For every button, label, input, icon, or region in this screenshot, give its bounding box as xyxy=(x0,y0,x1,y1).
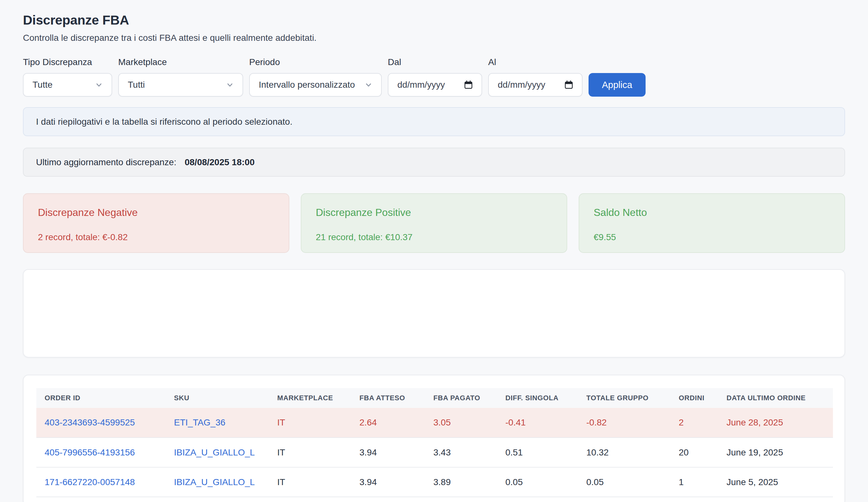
data-ultimo-ordine-cell: June 28, 2025 xyxy=(718,408,833,438)
fba-pagato-cell: 3.05 xyxy=(425,408,497,438)
filter-bar: Tipo Discrepanza Tutte Marketplace Tutti… xyxy=(23,57,845,97)
column-header-fba-atteso: FBA ATTESO xyxy=(351,388,425,408)
calendar-icon[interactable] xyxy=(464,80,473,90)
totale-gruppo-cell: 10.32 xyxy=(578,438,670,467)
fba-atteso-cell: 3.94 xyxy=(351,467,425,497)
sku-cell: IBIZA_U_GIALLO_L xyxy=(166,438,269,467)
fba-pagato-cell: 3.43 xyxy=(425,438,497,467)
column-header-marketplace: MARKETPLACE xyxy=(269,388,351,408)
fba-atteso-cell: 2.64 xyxy=(351,408,425,438)
column-header-order-id: ORDER ID xyxy=(36,388,166,408)
ordini-cell: 1 xyxy=(670,467,718,497)
positive-card-title: Discrepanze Positive xyxy=(316,207,552,219)
sku-link[interactable]: ETI_TAG_36 xyxy=(174,418,225,428)
ordini-cell: 20 xyxy=(670,438,718,467)
order-id-link[interactable]: 405-7996556-4193156 xyxy=(45,448,135,457)
page-subtitle: Controlla le discrepanze tra i costi FBA… xyxy=(23,33,845,43)
period-info-banner: I dati riepilogativi e la tabella si rif… xyxy=(23,107,845,136)
al-label: Al xyxy=(488,57,582,67)
column-header-ordini: ORDINI xyxy=(670,388,718,408)
page: Discrepanze FBA Controlla le discrepanze… xyxy=(0,0,868,502)
period-info-text: I dati riepilogativi e la tabella si rif… xyxy=(36,117,292,127)
summary-cards: Discrepanze Negative 2 record, totale: €… xyxy=(23,193,845,253)
diff-singola-cell: 0.05 xyxy=(497,467,578,497)
data-ultimo-ordine-cell: June 19, 2025 xyxy=(718,438,833,467)
sku-cell: IBIZA_U_GIALLO_L xyxy=(166,467,269,497)
filter-group-al: Al dd/mm/yyyy xyxy=(488,57,582,97)
periodo-selected-value: Intervallo personalizzato xyxy=(259,80,355,90)
tipo-discrepanza-select[interactable]: Tutte xyxy=(23,73,112,97)
data-ultimo-ordine-cell: June 5, 2025 xyxy=(718,467,833,497)
net-balance-card: Saldo Netto €9.55 xyxy=(579,193,845,253)
column-header-sku: SKU xyxy=(166,388,269,408)
net-balance-card-title: Saldo Netto xyxy=(593,207,830,219)
order-id-cell: 405-7996556-4193156 xyxy=(36,438,166,467)
fba-pagato-cell: 3.89 xyxy=(425,467,497,497)
discrepancies-table: ORDER ID SKU MARKETPLACE FBA ATTESO FBA … xyxy=(36,388,833,497)
discrepancies-table-panel: ORDER ID SKU MARKETPLACE FBA ATTESO FBA … xyxy=(23,375,845,502)
table-row: 405-7996556-4193156 IBIZA_U_GIALLO_L IT … xyxy=(36,438,833,467)
last-update-label: Ultimo aggiornamento discrepanze: xyxy=(36,157,176,168)
totale-gruppo-cell: -0.82 xyxy=(578,408,670,438)
column-header-data-ultimo-ordine: DATA ULTIMO ORDINE xyxy=(718,388,833,408)
page-title: Discrepanze FBA xyxy=(23,13,845,28)
tipo-discrepanza-selected-value: Tutte xyxy=(32,80,53,90)
marketplace-label: Marketplace xyxy=(118,57,243,67)
al-placeholder: dd/mm/yyyy xyxy=(498,80,545,90)
dal-label: Dal xyxy=(388,57,482,67)
fba-atteso-cell: 3.94 xyxy=(351,438,425,467)
column-header-fba-pagato: FBA PAGATO xyxy=(425,388,497,408)
sku-link[interactable]: IBIZA_U_GIALLO_L xyxy=(174,477,255,487)
last-update-banner: Ultimo aggiornamento discrepanze: 08/08/… xyxy=(23,148,845,177)
calendar-icon[interactable] xyxy=(564,80,574,90)
order-id-cell: 403-2343693-4599525 xyxy=(36,408,166,438)
filter-group-dal: Dal dd/mm/yyyy xyxy=(388,57,482,97)
table-row: 403-2343693-4599525 ETI_TAG_36 IT 2.64 3… xyxy=(36,408,833,438)
marketplace-select[interactable]: Tutti xyxy=(118,73,243,97)
diff-singola-cell: -0.41 xyxy=(497,408,578,438)
chart-placeholder-panel xyxy=(23,269,845,358)
diff-singola-cell: 0.51 xyxy=(497,438,578,467)
chevron-down-icon xyxy=(95,81,103,89)
last-update-value: 08/08/2025 18:00 xyxy=(185,157,255,168)
sku-cell: ETI_TAG_36 xyxy=(166,408,269,438)
chevron-down-icon xyxy=(226,81,234,89)
dal-date-input[interactable]: dd/mm/yyyy xyxy=(388,73,482,97)
chevron-down-icon xyxy=(364,81,373,89)
filter-group-marketplace: Marketplace Tutti xyxy=(118,57,243,97)
marketplace-selected-value: Tutti xyxy=(128,80,145,90)
order-id-link[interactable]: 171-6627220-0057148 xyxy=(45,477,135,487)
column-header-diff-singola: DIFF. SINGOLA xyxy=(497,388,578,408)
periodo-select[interactable]: Intervallo personalizzato xyxy=(249,73,382,97)
dal-placeholder: dd/mm/yyyy xyxy=(397,80,445,90)
totale-gruppo-cell: 0.05 xyxy=(578,467,670,497)
al-date-input[interactable]: dd/mm/yyyy xyxy=(488,73,582,97)
negative-discrepancies-card: Discrepanze Negative 2 record, totale: €… xyxy=(23,193,289,253)
order-id-link[interactable]: 403-2343693-4599525 xyxy=(45,418,135,428)
sku-link[interactable]: IBIZA_U_GIALLO_L xyxy=(174,448,255,457)
filter-group-periodo: Periodo Intervallo personalizzato xyxy=(249,57,382,97)
apply-button[interactable]: Applica xyxy=(589,73,645,97)
marketplace-cell: IT xyxy=(269,438,351,467)
marketplace-cell: IT xyxy=(269,408,351,438)
ordini-cell: 2 xyxy=(670,408,718,438)
tipo-discrepanza-label: Tipo Discrepanza xyxy=(23,57,112,67)
order-id-cell: 171-6627220-0057148 xyxy=(36,467,166,497)
periodo-label: Periodo xyxy=(249,57,382,67)
negative-card-detail: 2 record, totale: €-0.82 xyxy=(38,232,275,242)
filter-group-tipo-discrepanza: Tipo Discrepanza Tutte xyxy=(23,57,112,97)
positive-discrepancies-card: Discrepanze Positive 21 record, totale: … xyxy=(301,193,567,253)
column-header-totale-gruppo: TOTALE GRUPPO xyxy=(578,388,670,408)
marketplace-cell: IT xyxy=(269,467,351,497)
table-header: ORDER ID SKU MARKETPLACE FBA ATTESO FBA … xyxy=(36,388,833,408)
positive-card-detail: 21 record, totale: €10.37 xyxy=(316,232,552,242)
table-row: 171-6627220-0057148 IBIZA_U_GIALLO_L IT … xyxy=(36,467,833,497)
net-balance-card-detail: €9.55 xyxy=(593,232,830,242)
negative-card-title: Discrepanze Negative xyxy=(38,207,275,219)
